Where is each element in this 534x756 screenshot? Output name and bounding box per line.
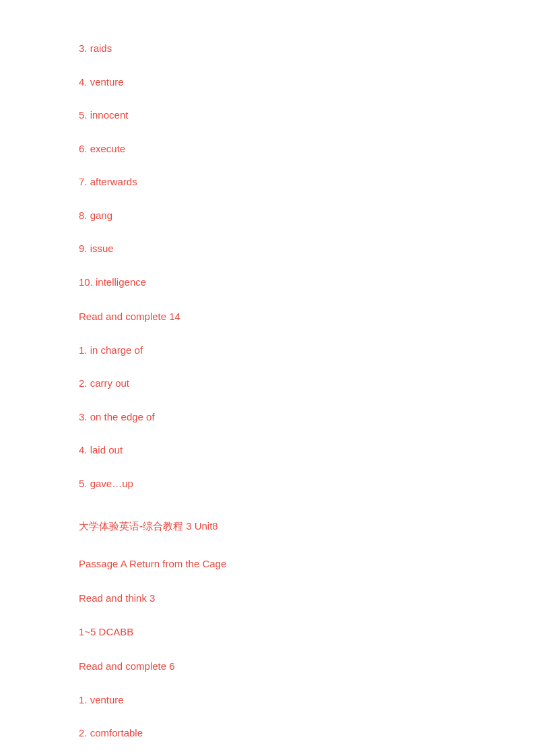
content-line-rc14-4: 4. laid out: [79, 442, 455, 459]
content-line-line3: 5. innocent: [79, 107, 455, 124]
content-line-rat3-header: Read and think 3: [79, 590, 455, 607]
content-line-rc6-2: 2. comfortable: [79, 725, 455, 742]
content-line-line8: 10. intelligence: [79, 274, 455, 291]
content-line-rc6-1: 1. venture: [79, 692, 455, 709]
content-line-rat3-answers: 1~5 DCABB: [79, 624, 455, 641]
content-line-rc14-2: 2. carry out: [79, 375, 455, 392]
content-line-rc6-header: Read and complete 6: [79, 658, 455, 675]
content-line-rc14-3: 3. on the edge of: [79, 409, 455, 426]
content-line-chinese-header: 大学体验英语-综合教程 3 Unit8: [79, 518, 455, 535]
content-line-line2: 4. venture: [79, 74, 455, 91]
main-content: 3. raids4. venture5. innocent6. execute7…: [79, 40, 455, 756]
content-line-line1: 3. raids: [79, 40, 455, 57]
content-line-rc14-5: 5. gave…up: [79, 476, 455, 493]
content-line-line4: 6. execute: [79, 141, 455, 158]
content-line-line5: 7. afterwards: [79, 174, 455, 191]
content-line-passage-a-header: Passage A Return from the Cage: [79, 556, 455, 573]
content-line-rc14-header: Read and complete 14: [79, 309, 455, 325]
content-line-line6: 8. gang: [79, 208, 455, 224]
content-line-rc14-1: 1. in charge of: [79, 342, 455, 359]
content-line-line7: 9. issue: [79, 241, 455, 257]
